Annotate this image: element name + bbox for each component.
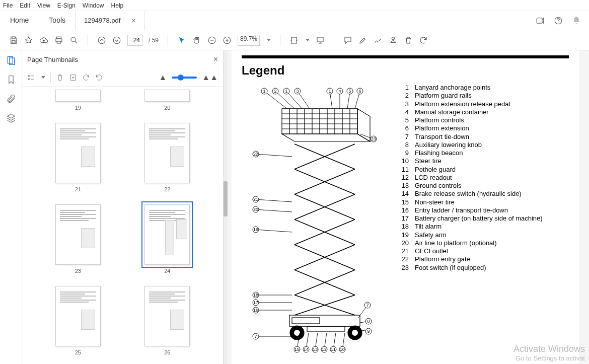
svg-rect-16 [29, 75, 30, 77]
svg-text:22: 22 [253, 152, 258, 157]
thumbnail-label: 23 [75, 268, 81, 274]
tab-tools[interactable]: Tools [39, 11, 76, 30]
page-down-icon[interactable] [112, 36, 121, 45]
thumb-redo-icon[interactable] [95, 74, 103, 82]
read-mode-icon[interactable] [316, 36, 325, 45]
thumbnail-page-25[interactable]: 25 [38, 286, 118, 355]
thumbnails-list[interactable]: 19202122232425262728 [22, 87, 223, 364]
thumbnails-tab-icon[interactable] [6, 55, 16, 65]
thumbnail-page-24[interactable]: 24 [128, 204, 207, 274]
zoom-level[interactable]: 89.7% [238, 35, 260, 46]
svg-rect-13 [317, 37, 323, 42]
sign-icon[interactable] [374, 36, 383, 45]
legend-row: 1Lanyard anchorage points [399, 84, 543, 92]
legend-row: 21GFCI outlet [399, 247, 543, 255]
menu-help[interactable]: Help [111, 2, 124, 9]
svg-text:14: 14 [304, 347, 309, 352]
zoom-in-icon[interactable] [223, 36, 232, 45]
print-icon[interactable] [54, 36, 63, 45]
thumb-trash-icon[interactable] [56, 74, 64, 82]
thumb-undo-icon[interactable] [82, 74, 90, 82]
thumbnail-page-23[interactable]: 23 [38, 204, 118, 274]
menu-bar: File Edit View E-Sign Window Help [0, 0, 589, 11]
svg-text:7: 7 [254, 334, 257, 339]
menu-esign[interactable]: E-Sign [57, 2, 76, 9]
menu-view[interactable]: View [37, 2, 50, 9]
legend-row: 11Pothole guard [399, 166, 543, 174]
highlight-icon[interactable] [358, 36, 367, 45]
tab-bar: Home Tools 1294978.pdf × [0, 11, 589, 30]
doc-scrollbar-thumb[interactable] [224, 181, 228, 216]
svg-point-8 [98, 37, 105, 44]
thumb-small-icon: ▲ [159, 73, 167, 82]
svg-rect-51 [292, 318, 320, 324]
thumbnail-page-26[interactable]: 26 [128, 286, 207, 355]
legend-text: Platform extension release pedal [415, 100, 510, 108]
tab-close-icon[interactable]: × [131, 17, 135, 25]
save-icon[interactable] [9, 36, 18, 45]
legend-number: 10 [399, 157, 409, 165]
thumbnail-label: 22 [164, 186, 170, 192]
thumb-extract-icon[interactable] [69, 74, 77, 82]
legend-list: 1Lanyard anchorage points2Platform guard… [399, 84, 543, 355]
rotate-icon[interactable] [419, 36, 428, 45]
menu-file[interactable]: File [3, 2, 13, 9]
attachment-tab-icon[interactable] [6, 94, 16, 104]
svg-point-55 [352, 330, 358, 336]
comment-icon[interactable] [343, 36, 352, 45]
zoom-dropdown-icon[interactable] [267, 39, 271, 41]
menu-window[interactable]: Window [83, 2, 104, 9]
thumbnail-label: 20 [164, 105, 170, 111]
thumbnail-page-20[interactable]: 20 [128, 90, 207, 111]
thumbnail-page-19[interactable]: 19 [38, 90, 118, 111]
hand-tool-icon[interactable] [192, 36, 201, 45]
thumbnails-panel: Page Thumbnails × ▲ ▲▲ 19202122232425262… [22, 50, 224, 364]
document-viewport[interactable]: Legend [224, 50, 589, 364]
page-number-input[interactable] [127, 35, 142, 46]
legend-row: 9Flashing beacon [399, 149, 543, 157]
page-up-icon[interactable] [97, 36, 106, 45]
thumbnails-close-icon[interactable]: × [213, 55, 218, 64]
tab-home[interactable]: Home [0, 11, 39, 30]
help-icon[interactable] [554, 16, 563, 25]
bell-icon[interactable] [572, 16, 581, 25]
tab-document[interactable]: 1294978.pdf × [76, 11, 144, 30]
legend-text: Non-steer tire [415, 198, 455, 206]
thumbnail-size-slider[interactable] [172, 77, 197, 79]
trash-icon[interactable] [404, 36, 413, 45]
fit-dropdown-icon[interactable] [306, 39, 310, 41]
share-icon[interactable] [536, 16, 545, 25]
svg-text:1: 1 [285, 89, 287, 94]
legend-number: 22 [399, 255, 409, 263]
legend-text: Pothole guard [415, 166, 456, 174]
legend-number: 15 [399, 198, 409, 206]
legend-text: Manual storage container [415, 108, 489, 116]
thumb-options-icon[interactable] [27, 74, 35, 82]
menu-edit[interactable]: Edit [20, 2, 30, 9]
scissor-lift-diagram: 1213145623789222120191817167151413121110 [242, 84, 388, 355]
svg-line-64 [286, 91, 302, 109]
thumbnail-label: 21 [75, 186, 81, 192]
thumb-options-dropdown-icon[interactable] [41, 76, 45, 79]
thumbnail-label: 25 [75, 349, 81, 355]
legend-text: Brake release switch (hydraulic side) [415, 190, 522, 198]
legend-row: 15Non-steer tire [399, 198, 543, 206]
legend-number: 9 [399, 149, 409, 157]
bookmark-tab-icon[interactable] [6, 75, 16, 85]
search-icon[interactable] [69, 36, 79, 45]
select-tool-icon[interactable] [177, 36, 186, 45]
zoom-out-icon[interactable] [207, 36, 216, 45]
thumbnail-label: 19 [75, 105, 81, 111]
stamp-icon[interactable] [389, 36, 398, 45]
fit-width-icon[interactable] [289, 36, 299, 45]
legend-row: 19Safety arm [399, 231, 543, 239]
layers-tab-icon[interactable] [6, 113, 16, 123]
legend-row: 6Platform extension [399, 124, 543, 132]
cloud-icon[interactable] [39, 36, 48, 45]
star-icon[interactable] [24, 36, 33, 45]
svg-rect-12 [291, 37, 297, 43]
legend-row: 18Tilt alarm [399, 223, 543, 231]
legend-number: 23 [399, 264, 409, 272]
thumbnail-page-22[interactable]: 22 [128, 123, 207, 192]
thumbnail-page-21[interactable]: 21 [38, 123, 118, 192]
